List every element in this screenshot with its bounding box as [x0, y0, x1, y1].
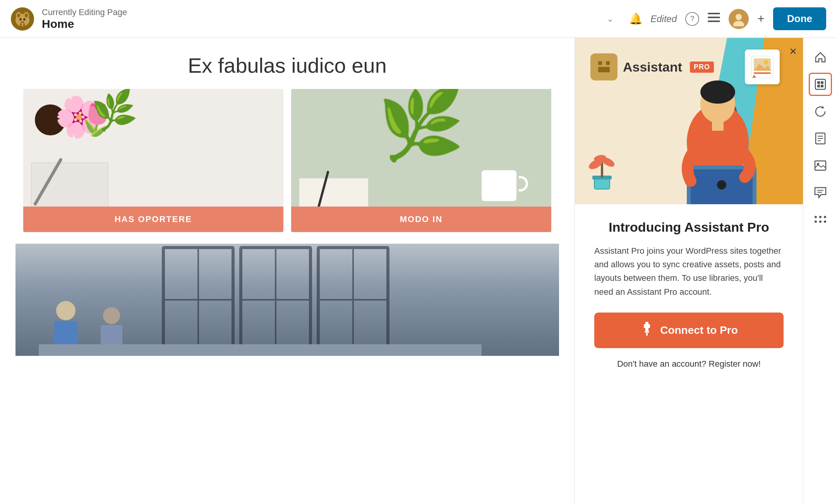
svg-rect-7: [20, 23, 22, 26]
svg-rect-54: [648, 324, 650, 328]
promo-logo-text: Assistant: [623, 60, 682, 75]
plug-icon: [640, 322, 654, 339]
promo-content: Introducing Assistant Pro Assistant Pro …: [575, 204, 803, 384]
svg-point-4: [25, 14, 28, 17]
page-subtitle: Currently Editing Page: [42, 7, 595, 17]
svg-point-12: [736, 14, 742, 20]
page-name: Home: [42, 17, 595, 31]
workspace-image: [15, 244, 559, 356]
library-icon[interactable]: [809, 73, 832, 96]
svg-rect-61: [821, 85, 823, 87]
close-button[interactable]: ×: [789, 44, 797, 58]
promo-hero: Assistant PRO: [575, 38, 803, 204]
home-icon[interactable]: [809, 46, 832, 69]
pages-icon[interactable]: [809, 127, 832, 150]
svg-point-72: [819, 216, 822, 218]
svg-point-73: [824, 216, 826, 218]
svg-point-76: [824, 220, 826, 223]
main-area: Ex fabulas iudico eun 🌸 🌷 🌿 HAS OPORTER: [0, 38, 837, 504]
svg-rect-37: [598, 67, 610, 72]
list-icon[interactable]: [708, 12, 720, 26]
card-1-label: HAS OPORTERE: [23, 207, 283, 232]
page-heading: Ex fabulas iudico eun: [0, 38, 575, 89]
svg-point-75: [819, 220, 822, 223]
svg-point-74: [815, 220, 817, 223]
promo-panel: Assistant PRO: [575, 38, 803, 504]
svg-rect-55: [645, 331, 649, 333]
pro-badge: PRO: [690, 62, 714, 73]
svg-point-40: [700, 80, 735, 104]
svg-rect-35: [598, 61, 602, 65]
svg-rect-60: [817, 85, 820, 87]
svg-rect-56: [646, 333, 648, 336]
more-icon[interactable]: [809, 208, 832, 231]
svg-rect-59: [821, 81, 823, 84]
svg-rect-8: [23, 23, 25, 26]
svg-point-44: [717, 180, 726, 190]
promo-title: Introducing Assistant Pro: [594, 220, 784, 235]
add-button[interactable]: +: [757, 12, 765, 26]
card-2: 🌿 MODO IN: [291, 89, 551, 232]
svg-rect-53: [644, 324, 646, 328]
svg-rect-36: [606, 61, 610, 65]
plant-widget: [587, 152, 617, 196]
done-button[interactable]: Done: [773, 7, 826, 30]
big-image-row: [15, 244, 559, 356]
svg-point-3: [17, 14, 20, 17]
promo-scroll-area: Assistant PRO: [575, 38, 803, 504]
register-text: Don't have an account? Register now!: [594, 359, 784, 369]
topbar: Currently Editing Page Home ⌄ 🔔 Edited ?…: [0, 0, 837, 38]
user-avatar[interactable]: [729, 9, 749, 29]
media-icon[interactable]: [809, 154, 832, 177]
card-1: 🌸 🌷 🌿 HAS OPORTERE: [23, 89, 283, 232]
svg-rect-58: [817, 81, 820, 84]
card-2-label: MODO IN: [291, 207, 551, 232]
comments-icon[interactable]: [809, 181, 832, 204]
promo-description: Assistant Pro joins your WordPress sites…: [594, 244, 784, 299]
svg-point-26: [764, 60, 768, 65]
person-illustration: [664, 73, 772, 204]
svg-point-6: [23, 18, 26, 21]
page-title-block: Currently Editing Page Home: [42, 7, 595, 31]
cards-row: 🌸 🌷 🌿 HAS OPORTERE 🌿: [0, 89, 575, 232]
assistant-logo-icon: [590, 53, 617, 80]
svg-rect-67: [815, 161, 826, 170]
svg-rect-57: [815, 79, 825, 89]
svg-rect-9: [708, 13, 720, 14]
svg-point-71: [815, 216, 817, 218]
svg-rect-41: [712, 119, 724, 131]
sync-icon[interactable]: [809, 100, 832, 123]
page-content: Ex fabulas iudico eun 🌸 🌷 🌿 HAS OPORTER: [0, 38, 575, 504]
chevron-down-icon[interactable]: ⌄: [607, 14, 614, 24]
connect-to-pro-button[interactable]: Connect to Pro: [594, 313, 784, 348]
svg-rect-10: [708, 17, 720, 18]
svg-point-5: [19, 18, 22, 21]
bell-icon[interactable]: 🔔: [629, 12, 643, 25]
side-icons-panel: [803, 38, 837, 504]
edited-status: Edited: [650, 14, 677, 24]
app-logo: [11, 7, 34, 31]
svg-rect-11: [708, 21, 720, 22]
topbar-right: Edited ? + Done: [650, 7, 826, 30]
help-button[interactable]: ?: [685, 12, 699, 26]
svg-point-13: [733, 21, 744, 26]
connect-button-label: Connect to Pro: [660, 324, 738, 337]
